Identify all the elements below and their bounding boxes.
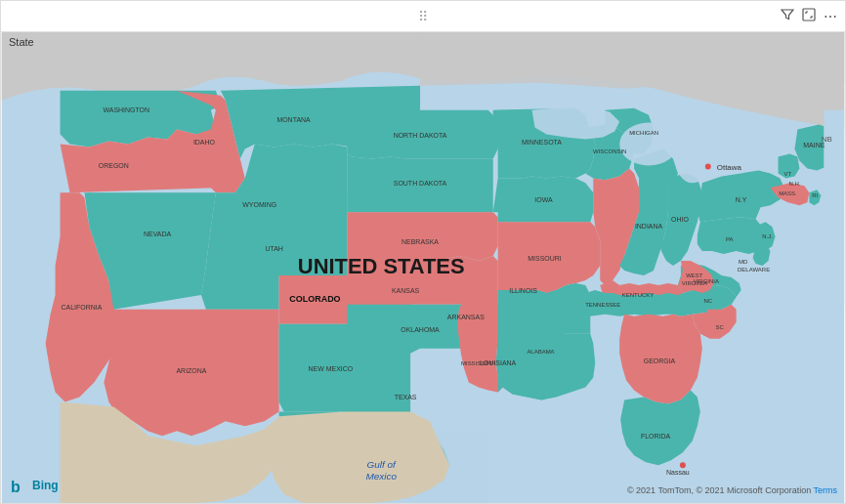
- map-container[interactable]: UNITED STATES WASHINGTON OREGON CALIFORN…: [1, 32, 845, 503]
- sc-label: SC: [716, 324, 725, 330]
- missouri-label: MISSOURI: [528, 255, 562, 262]
- idaho-label: IDAHO: [193, 139, 216, 146]
- svg-point-6: [705, 163, 711, 169]
- oregon-label: OREGON: [99, 162, 129, 169]
- south-dakota-label: SOUTH DAKOTA: [394, 180, 447, 187]
- nassau-label: Nassau: [666, 469, 690, 476]
- kentucky-label: KENTUCKY: [622, 292, 655, 298]
- copyright-text: © 2021 TomTom, © 2021 Microsoft Corporat…: [627, 485, 837, 495]
- svg-rect-0: [803, 9, 815, 21]
- washington-label: WASHINGTON: [103, 106, 149, 113]
- toolbar: ⠿ ⋯: [1, 1, 845, 32]
- main-container: ⠿ ⋯ State: [0, 0, 846, 504]
- minnesota-label: MINNESOTA: [522, 139, 562, 146]
- pa-label: PA: [726, 236, 734, 242]
- map-svg: UNITED STATES WASHINGTON OREGON CALIFORN…: [1, 32, 845, 503]
- kansas-label: KANSAS: [392, 287, 420, 294]
- bing-logo: b Bing: [9, 476, 59, 495]
- svg-point-3: [675, 135, 710, 184]
- wv-label2: VIRGINIA: [682, 280, 707, 286]
- toolbar-center: ⠿: [418, 8, 429, 25]
- arizona-label: ARIZONA: [176, 367, 206, 374]
- terms-link[interactable]: Terms: [814, 485, 838, 495]
- bing-b-icon: b: [9, 476, 28, 495]
- nevada-label: NEVADA: [144, 231, 171, 237]
- california-label: CALIFORNIA: [62, 304, 103, 311]
- toolbar-right: ⋯: [781, 8, 837, 24]
- illinois-label: ILLINOIS: [509, 287, 537, 294]
- nebraska-label: NEBRASKA: [402, 238, 439, 245]
- us-title-text: UNITED STATES: [298, 254, 465, 278]
- ottawa-label: Ottawa: [717, 163, 742, 172]
- oklahoma-label: OKLAHOMA: [401, 326, 440, 333]
- ohio-label: OHIO: [671, 216, 689, 223]
- wyoming-label: WYOMING: [242, 201, 276, 208]
- iowa-label: IOWA: [534, 196, 553, 203]
- panel-title: State: [9, 36, 34, 48]
- arkansas-label: ARKANSAS: [447, 314, 485, 320]
- vt-label: VT: [784, 171, 792, 177]
- md-label: MD: [739, 259, 748, 265]
- gulf-label: Gulf of: [367, 459, 398, 470]
- nb-label: NB: [822, 135, 832, 144]
- wisconsin-label: WISCONSIN: [593, 148, 626, 154]
- north-dakota-label: NORTH DAKOTA: [394, 132, 447, 139]
- tennessee-label: TENNESSEE: [585, 302, 620, 308]
- texas-label: TEXAS: [395, 394, 417, 400]
- ny-label: N.Y: [736, 196, 747, 203]
- wv-label: WEST: [686, 273, 703, 278]
- svg-point-7: [680, 462, 686, 468]
- filter-icon[interactable]: [781, 8, 794, 24]
- nh-label: N.H.: [788, 181, 800, 187]
- montana-label: MONTANA: [276, 116, 311, 123]
- expand-icon[interactable]: [802, 8, 816, 24]
- alabama-label: ALABAMA: [527, 349, 554, 355]
- utah-label: UTAH: [265, 245, 282, 252]
- delaware-label: DELAWARE: [738, 267, 770, 273]
- nc-label: NC: [703, 298, 712, 304]
- ri-label: RI: [812, 192, 818, 198]
- svg-text:b: b: [11, 479, 21, 495]
- gulf-label2: Mexico: [365, 471, 397, 482]
- indiana-label: INDIANA: [635, 223, 663, 230]
- colorado-label: COLORADO: [289, 294, 340, 304]
- nj-label: N.J.: [762, 233, 773, 239]
- georgia-label: GEORGIA: [644, 357, 676, 364]
- florida-label: FLORIDA: [641, 433, 671, 440]
- new-mexico-label: NEW MEXICO: [309, 365, 354, 372]
- drag-handle-icon[interactable]: ⠿: [418, 9, 429, 24]
- bing-text: Bing: [32, 479, 59, 492]
- mass-label: MASS.: [779, 190, 797, 196]
- more-icon[interactable]: ⋯: [824, 9, 837, 24]
- michigan-label: MICHIGAN: [629, 130, 658, 136]
- mississippi-label: MISSISSIPPI: [461, 360, 496, 366]
